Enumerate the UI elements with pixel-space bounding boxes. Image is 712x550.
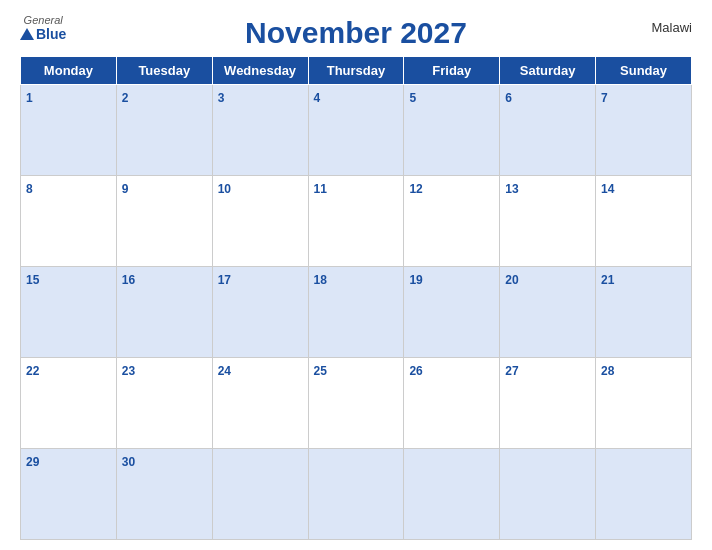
logo: General Blue	[20, 14, 66, 42]
logo-blue-container: Blue	[20, 26, 66, 42]
calendar-cell: 4	[308, 85, 404, 176]
day-number: 2	[122, 91, 129, 105]
calendar-cell: 30	[116, 449, 212, 540]
calendar-cell: 14	[596, 176, 692, 267]
calendar-cell: 2	[116, 85, 212, 176]
calendar-cell: 21	[596, 267, 692, 358]
calendar-cell: 8	[21, 176, 117, 267]
calendar-header-row: MondayTuesdayWednesdayThursdayFridaySatu…	[21, 57, 692, 85]
day-number: 8	[26, 182, 33, 196]
day-number: 15	[26, 273, 39, 287]
weekday-tuesday: Tuesday	[116, 57, 212, 85]
day-number: 24	[218, 364, 231, 378]
calendar-cell	[596, 449, 692, 540]
day-number: 28	[601, 364, 614, 378]
calendar-cell: 15	[21, 267, 117, 358]
logo-general-text: General	[24, 14, 63, 26]
day-number: 9	[122, 182, 129, 196]
calendar-cell: 3	[212, 85, 308, 176]
weekday-saturday: Saturday	[500, 57, 596, 85]
day-number: 13	[505, 182, 518, 196]
calendar-cell: 1	[21, 85, 117, 176]
calendar-table: MondayTuesdayWednesdayThursdayFridaySatu…	[20, 56, 692, 540]
calendar-cell: 29	[21, 449, 117, 540]
day-number: 6	[505, 91, 512, 105]
calendar-cell: 10	[212, 176, 308, 267]
day-number: 26	[409, 364, 422, 378]
day-number: 17	[218, 273, 231, 287]
logo-blue-text: Blue	[36, 26, 66, 42]
calendar-week-2: 891011121314	[21, 176, 692, 267]
calendar-cell: 5	[404, 85, 500, 176]
country-label: Malawi	[652, 20, 692, 35]
calendar-cell: 18	[308, 267, 404, 358]
calendar-cell: 11	[308, 176, 404, 267]
day-number: 29	[26, 455, 39, 469]
weekday-thursday: Thursday	[308, 57, 404, 85]
weekday-row: MondayTuesdayWednesdayThursdayFridaySatu…	[21, 57, 692, 85]
calendar-week-4: 22232425262728	[21, 358, 692, 449]
calendar-cell	[308, 449, 404, 540]
calendar-cell: 17	[212, 267, 308, 358]
calendar-header: General Blue November 2027 Malawi	[20, 10, 692, 50]
calendar-cell: 28	[596, 358, 692, 449]
day-number: 7	[601, 91, 608, 105]
day-number: 20	[505, 273, 518, 287]
day-number: 25	[314, 364, 327, 378]
weekday-sunday: Sunday	[596, 57, 692, 85]
day-number: 19	[409, 273, 422, 287]
calendar-cell: 25	[308, 358, 404, 449]
calendar-cell: 9	[116, 176, 212, 267]
calendar-body: 1234567891011121314151617181920212223242…	[21, 85, 692, 540]
day-number: 3	[218, 91, 225, 105]
calendar-cell: 20	[500, 267, 596, 358]
day-number: 12	[409, 182, 422, 196]
day-number: 10	[218, 182, 231, 196]
day-number: 30	[122, 455, 135, 469]
calendar-cell: 24	[212, 358, 308, 449]
calendar-cell: 6	[500, 85, 596, 176]
calendar-cell: 27	[500, 358, 596, 449]
calendar-cell	[212, 449, 308, 540]
calendar-cell	[500, 449, 596, 540]
day-number: 18	[314, 273, 327, 287]
day-number: 16	[122, 273, 135, 287]
day-number: 22	[26, 364, 39, 378]
calendar-cell: 23	[116, 358, 212, 449]
calendar-cell	[404, 449, 500, 540]
calendar-cell: 22	[21, 358, 117, 449]
calendar-cell: 26	[404, 358, 500, 449]
day-number: 23	[122, 364, 135, 378]
day-number: 1	[26, 91, 33, 105]
day-number: 21	[601, 273, 614, 287]
logo-triangle-icon	[20, 28, 34, 40]
calendar-week-1: 1234567	[21, 85, 692, 176]
day-number: 11	[314, 182, 327, 196]
calendar-week-3: 15161718192021	[21, 267, 692, 358]
calendar-title: November 2027	[245, 16, 467, 50]
calendar-cell: 19	[404, 267, 500, 358]
calendar-cell: 7	[596, 85, 692, 176]
day-number: 27	[505, 364, 518, 378]
day-number: 5	[409, 91, 416, 105]
calendar-cell: 12	[404, 176, 500, 267]
day-number: 14	[601, 182, 614, 196]
calendar-week-5: 2930	[21, 449, 692, 540]
calendar-cell: 16	[116, 267, 212, 358]
weekday-wednesday: Wednesday	[212, 57, 308, 85]
weekday-monday: Monday	[21, 57, 117, 85]
calendar-cell: 13	[500, 176, 596, 267]
day-number: 4	[314, 91, 321, 105]
weekday-friday: Friday	[404, 57, 500, 85]
